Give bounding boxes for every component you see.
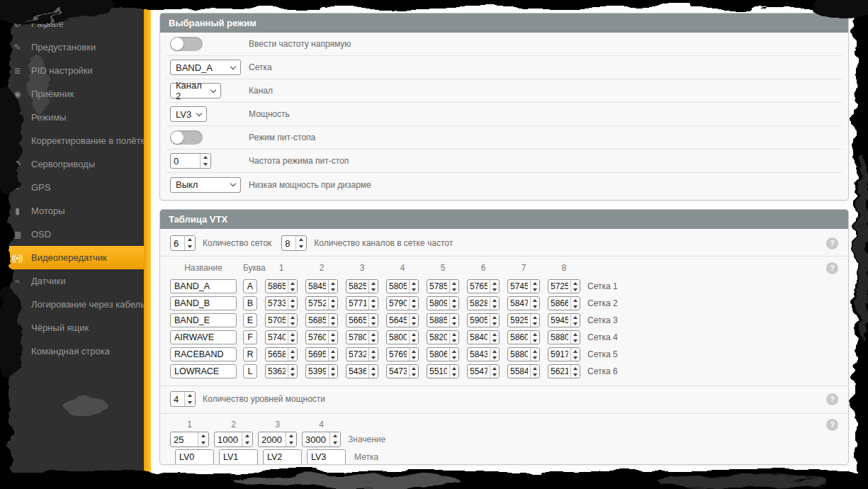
spinner[interactable] [368,280,378,293]
frequency-input[interactable] [548,279,580,293]
pit-mode-frequency-value[interactable] [171,154,200,168]
spinner-up-icon[interactable] [490,297,499,303]
sidebar-item-presets[interactable]: ✎ Предустановки [0,35,144,59]
frequency-input[interactable] [265,296,298,310]
pit-mode-toggle[interactable] [170,130,203,145]
frequency-value[interactable] [266,297,288,310]
frequency-input[interactable] [386,279,419,293]
frequency-value[interactable] [468,280,490,293]
spinner[interactable] [570,314,580,327]
frequency-input[interactable] [427,296,459,310]
power-value[interactable] [171,432,198,446]
spinner[interactable] [490,348,499,361]
spinner-up-icon[interactable] [329,297,337,303]
spinner-down-icon[interactable] [329,286,337,293]
channels-count-input[interactable] [281,235,307,251]
spinner[interactable] [530,280,539,293]
frequency-input[interactable] [548,330,580,344]
frequency-input[interactable] [305,296,338,310]
band-letter-input[interactable] [243,313,257,327]
power-label-input[interactable] [219,449,258,465]
sidebar-item-osd[interactable]: ▦ OSD [0,223,144,246]
spinner-down-icon[interactable] [571,286,580,293]
spinner[interactable] [409,280,418,293]
spinner-up-icon[interactable] [531,365,539,371]
spinner[interactable] [449,297,458,310]
spinner-down-icon[interactable] [571,354,580,361]
frequency-input[interactable] [346,313,378,327]
spinner-down-icon[interactable] [531,320,539,327]
spinner[interactable] [288,348,297,361]
help-icon[interactable]: ? [826,419,838,431]
spinner-up-icon[interactable] [571,280,580,286]
spinner-down-icon[interactable] [286,439,296,446]
sidebar-item-onboard-logging[interactable]: ⇄ Логирование через кабель [0,293,144,316]
spinner-up-icon[interactable] [450,365,458,371]
spinner-up-icon[interactable] [288,365,297,371]
sidebar-item-servos[interactable]: ⚙ Сервоприводы [0,152,144,176]
spinner-up-icon[interactable] [242,432,252,439]
sidebar-item-motors[interactable]: ▮ Моторы [0,199,144,223]
spinner-up-icon[interactable] [490,280,499,286]
spinner-down-icon[interactable] [450,371,458,378]
power-levels-count-input[interactable] [170,391,196,407]
band-letter-input[interactable] [243,279,257,293]
spinner-down-icon[interactable] [410,303,418,310]
frequency-value[interactable] [346,314,368,327]
power-value-input[interactable] [214,432,253,447]
direct-frequency-toggle[interactable] [170,37,203,51]
frequency-value[interactable] [387,348,409,361]
spinner-down-icon[interactable] [288,286,297,293]
spinner-down-icon[interactable] [531,371,539,378]
spinner-down-icon[interactable] [531,286,539,293]
spinner-down-icon[interactable] [288,303,297,310]
low-power-disarm-select[interactable]: Выкл [170,177,241,193]
spinner-up-icon[interactable] [296,236,306,243]
spinner-up-icon[interactable] [450,280,458,286]
frequency-value[interactable] [508,365,530,378]
frequency-value[interactable] [346,297,368,310]
sidebar-item-gps[interactable]: ⌖ GPS [0,176,144,199]
band-name-input[interactable] [170,296,237,310]
frequency-value[interactable] [468,348,490,361]
spinner-up-icon[interactable] [410,280,418,286]
frequency-value[interactable] [346,365,368,378]
frequency-value[interactable] [508,280,530,293]
spinner[interactable] [490,331,499,344]
spinner-up-icon[interactable] [450,348,458,354]
spinner-down-icon[interactable] [330,439,340,446]
spinner-up-icon[interactable] [410,348,418,354]
band-name-input[interactable] [170,347,237,361]
frequency-input[interactable] [386,330,419,344]
frequency-value[interactable] [266,331,288,344]
frequency-value[interactable] [508,331,530,344]
frequency-input[interactable] [467,279,500,293]
frequency-input[interactable] [467,330,500,344]
spinner[interactable] [368,365,378,378]
spinner-down-icon[interactable] [288,320,297,327]
frequency-value[interactable] [306,297,328,310]
frequency-value[interactable] [387,331,409,344]
sidebar-item-cli[interactable]: >_ Командная строка [0,339,144,363]
spinner-down-icon[interactable] [410,320,418,327]
frequency-input[interactable] [507,330,540,344]
spinner-down-icon[interactable] [288,354,297,361]
frequency-value[interactable] [346,348,368,361]
spinner-down-icon[interactable] [329,303,337,310]
spinner-up-icon[interactable] [531,280,539,286]
frequency-value[interactable] [427,314,449,327]
spinner[interactable] [490,280,499,293]
spinner[interactable] [328,314,337,327]
spinner[interactable] [530,314,539,327]
spinner-up-icon[interactable] [490,348,499,354]
frequency-value[interactable] [548,297,570,310]
frequency-input[interactable] [265,279,298,293]
spinner[interactable] [409,348,418,361]
spinner-up-icon[interactable] [410,365,418,371]
spinner[interactable] [329,432,340,446]
spinner-up-icon[interactable] [490,314,499,320]
spinner[interactable] [368,314,378,327]
frequency-input[interactable] [507,364,540,378]
frequency-value[interactable] [346,331,368,344]
spinner-down-icon[interactable] [450,303,458,310]
